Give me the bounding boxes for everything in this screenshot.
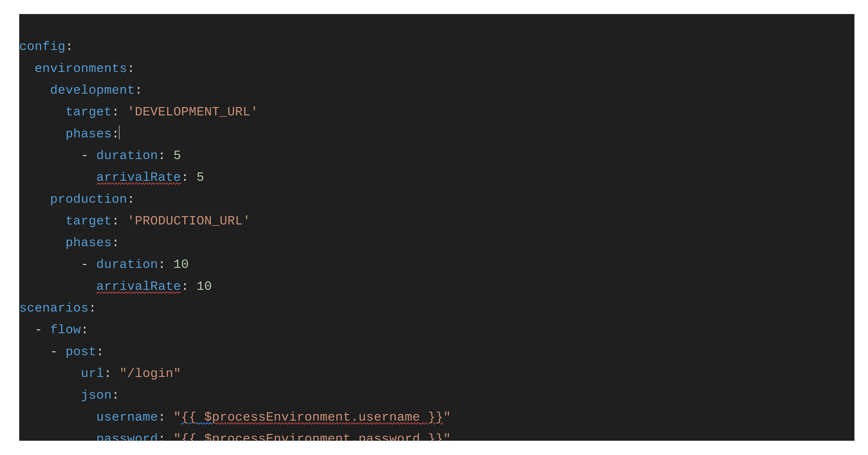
yaml-string: $ [204, 410, 212, 424]
yaml-string: "/login" [119, 366, 181, 381]
yaml-key: environments [35, 61, 127, 76]
yaml-key: phases [66, 235, 112, 250]
yaml-number: 5 [174, 148, 181, 163]
code-block: config: environments: development: targe… [19, 36, 855, 441]
yaml-key: json [81, 388, 112, 402]
yaml-key: config [19, 39, 66, 54]
yaml-string: }} [420, 432, 443, 441]
yaml-string: " [443, 432, 451, 441]
yaml-key: arrivalRate [96, 170, 181, 184]
yaml-key: development [50, 83, 135, 97]
yaml-number: 5 [196, 170, 204, 184]
yaml-key: password [96, 432, 158, 441]
yaml-number: 10 [196, 279, 212, 294]
yaml-string: processEnvironment.username [212, 410, 420, 424]
yaml-key: scenarios [19, 301, 89, 315]
yaml-string: processEnvironment.password [212, 432, 420, 441]
yaml-key: post [66, 345, 96, 359]
yaml-string: " [174, 410, 181, 424]
yaml-key: username [96, 410, 158, 424]
yaml-string: " [174, 432, 181, 441]
yaml-key: phases [66, 127, 112, 141]
yaml-key: target [66, 105, 112, 119]
yaml-key: arrivalRate [96, 279, 181, 294]
yaml-string: $ [204, 432, 212, 441]
code-editor[interactable]: config: environments: development: targe… [19, 14, 855, 441]
yaml-string: {{ [181, 410, 204, 424]
yaml-key: target [66, 214, 112, 228]
text-cursor [119, 125, 120, 139]
yaml-key: production [50, 192, 127, 206]
yaml-key: url [81, 366, 104, 381]
yaml-string: }} [420, 410, 443, 424]
yaml-key: duration [96, 257, 158, 272]
yaml-string: 'PRODUCTION_URL' [127, 214, 251, 228]
yaml-string: " [443, 410, 451, 424]
yaml-string: {{ [181, 432, 204, 441]
yaml-number: 10 [174, 257, 189, 272]
yaml-key: flow [50, 323, 81, 337]
yaml-key: duration [96, 148, 158, 163]
yaml-string: 'DEVELOPMENT_URL' [127, 105, 258, 119]
